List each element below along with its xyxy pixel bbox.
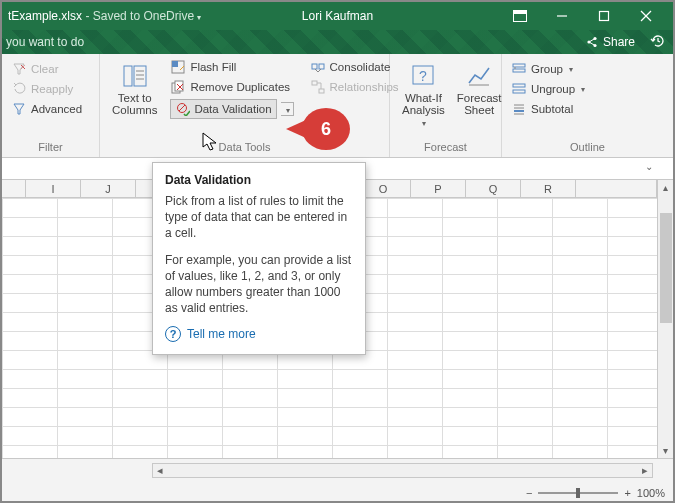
window-buttons (499, 2, 667, 30)
tell-me-text[interactable]: you want to do (6, 35, 84, 49)
ungroup-icon (511, 81, 527, 97)
svg-rect-28 (312, 81, 317, 85)
tooltip-desc2: For example, you can provide a list of v… (165, 252, 353, 317)
ungroup-rows-button[interactable]: Ungroup ▾ (508, 80, 667, 98)
horizontal-scrollbar[interactable]: ◂ ▸ (152, 463, 653, 478)
reapply-filter-button[interactable]: Reapply (8, 80, 93, 98)
svg-line-4 (641, 11, 651, 21)
svg-rect-32 (513, 64, 525, 67)
clear-icon (11, 61, 27, 77)
svg-line-9 (589, 39, 595, 43)
title-bar: tExample.xlsx - Saved to OneDrive ▾ Lori… (2, 2, 673, 30)
svg-rect-0 (514, 11, 527, 22)
clear-filter-button[interactable]: Clear (8, 60, 93, 78)
subtotal-icon (511, 101, 527, 117)
col-I[interactable]: I (26, 180, 81, 197)
help-icon: ? (165, 326, 181, 342)
reapply-icon (11, 81, 27, 97)
history-button[interactable] (643, 33, 673, 52)
relationships-button[interactable]: Relationships (307, 78, 402, 96)
vertical-scrollbar[interactable]: ▴ ▾ (657, 180, 673, 458)
scroll-left-arrow[interactable]: ◂ (153, 464, 167, 477)
annotation-callout: 6 (290, 108, 348, 150)
whatif-button[interactable]: ? What-IfAnalysis ▾ (396, 58, 451, 136)
formula-bar-expand[interactable]: ⌄ (645, 161, 653, 172)
status-bar: ◂ ▸ − + 100% (2, 458, 673, 503)
close-button[interactable] (625, 2, 667, 30)
flash-fill-icon (170, 59, 186, 75)
scroll-up-arrow[interactable]: ▴ (663, 180, 668, 195)
consolidate-icon (310, 59, 326, 75)
zoom-controls: − + 100% (526, 487, 665, 499)
history-icon (650, 33, 666, 49)
text-to-columns-label: Text toColumns (112, 92, 157, 116)
text-to-columns-icon (121, 62, 149, 90)
col-Q[interactable]: Q (466, 180, 521, 197)
svg-line-5 (641, 11, 651, 21)
share-icon (585, 35, 599, 49)
whatif-label: What-IfAnalysis ▾ (402, 92, 445, 130)
col-J[interactable]: J (81, 180, 136, 197)
col-R[interactable]: R (521, 180, 576, 197)
data-validation-tooltip: Data Validation Pick from a list of rule… (152, 162, 366, 355)
filename-text: tExample.xlsx (8, 9, 82, 23)
scroll-right-arrow[interactable]: ▸ (638, 464, 652, 477)
tooltip-desc1: Pick from a list of rules to limit the t… (165, 193, 353, 242)
col-P[interactable]: P (411, 180, 466, 197)
group-sort-filter: Clear Reapply Advanced Filter (2, 54, 100, 157)
remove-duplicates-icon (170, 79, 186, 95)
forecast-sheet-icon (465, 62, 493, 90)
forecast-sheet-button[interactable]: ForecastSheet (451, 58, 508, 136)
svg-text:?: ? (420, 68, 428, 84)
document-filename: tExample.xlsx - Saved to OneDrive ▾ (8, 9, 201, 23)
svg-line-10 (589, 42, 595, 46)
svg-rect-14 (134, 66, 146, 86)
group-icon (511, 61, 527, 77)
data-validation-icon (175, 101, 191, 117)
remove-duplicates-button[interactable]: Remove Duplicates (167, 78, 296, 96)
svg-rect-34 (513, 84, 525, 87)
vscroll-thumb[interactable] (660, 213, 672, 323)
forecast-sheet-label: ForecastSheet (457, 92, 502, 116)
ribbon-display-options[interactable] (499, 2, 541, 30)
tell-me-bar: you want to do Share (2, 30, 673, 54)
group-outline: Group ▾ Ungroup ▾ Subtotal Outline (502, 54, 673, 157)
zoom-value[interactable]: 100% (637, 487, 665, 499)
consolidate-button[interactable]: Consolidate (307, 58, 402, 76)
minimize-button[interactable] (541, 2, 583, 30)
svg-rect-3 (600, 12, 609, 21)
tell-me-more-label: Tell me more (187, 327, 256, 341)
svg-rect-1 (514, 11, 526, 14)
svg-line-25 (179, 105, 185, 111)
group-label-filter: Filter (8, 141, 93, 155)
callout-number: 6 (321, 119, 331, 140)
save-status: - Saved to OneDrive ▾ (85, 9, 201, 23)
group-label-forecast: Forecast (396, 141, 495, 155)
svg-rect-35 (513, 90, 525, 93)
share-button[interactable]: Share (585, 35, 643, 49)
advanced-filter-button[interactable]: Advanced (8, 100, 93, 118)
scroll-down-arrow[interactable]: ▾ (663, 443, 668, 458)
subtotal-button[interactable]: Subtotal (508, 100, 667, 118)
user-name: Lori Kaufman (302, 9, 373, 23)
tooltip-title: Data Validation (165, 173, 353, 187)
group-forecast: ? What-IfAnalysis ▾ ForecastSheet Foreca… (390, 54, 502, 157)
whatif-icon: ? (409, 62, 437, 90)
svg-rect-19 (172, 61, 178, 67)
maximize-button[interactable] (583, 2, 625, 30)
group-label-outline: Outline (508, 141, 667, 155)
zoom-out-button[interactable]: − (526, 487, 532, 499)
share-label: Share (603, 35, 635, 49)
zoom-in-button[interactable]: + (624, 487, 630, 499)
svg-rect-26 (312, 64, 317, 69)
svg-rect-29 (319, 89, 324, 93)
flash-fill-button[interactable]: Flash Fill (167, 58, 296, 76)
relationships-icon (310, 79, 326, 95)
tell-me-more-link[interactable]: ? Tell me more (165, 326, 353, 342)
data-validation-button[interactable]: Data Validation ▾ (167, 98, 296, 120)
text-to-columns-button[interactable]: Text toColumns (106, 58, 163, 136)
group-rows-button[interactable]: Group ▾ (508, 60, 667, 78)
svg-rect-27 (319, 64, 324, 69)
svg-rect-33 (513, 69, 525, 72)
zoom-slider[interactable] (538, 492, 618, 494)
